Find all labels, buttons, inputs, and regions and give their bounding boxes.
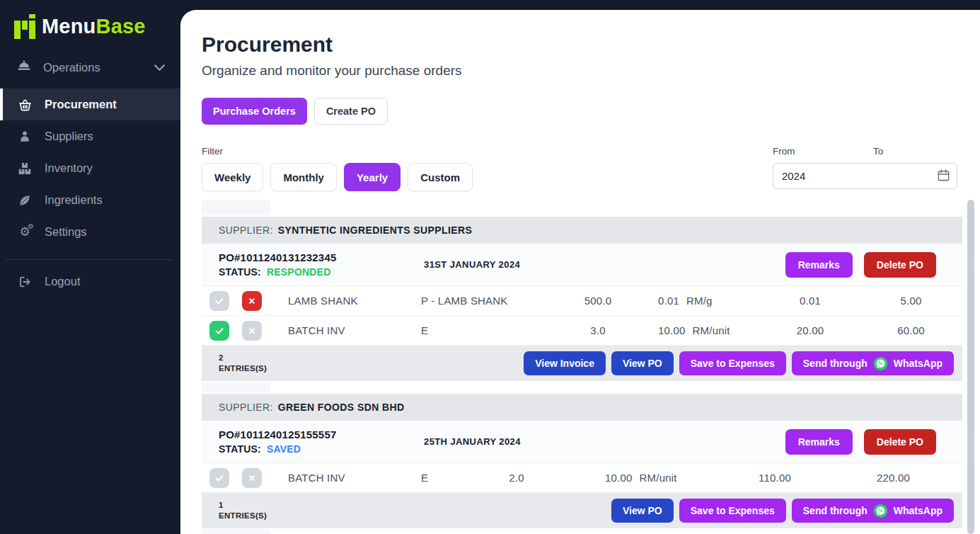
check-icon[interactable] xyxy=(209,321,229,341)
logout-icon xyxy=(17,275,33,288)
check-icon[interactable] xyxy=(209,291,229,311)
remarks-button[interactable]: Remarks xyxy=(785,252,853,278)
calendar-icon[interactable] xyxy=(937,169,950,185)
sidebar-item-inventory[interactable]: Inventory xyxy=(0,152,180,184)
date-input-wrap xyxy=(773,163,957,189)
check-icon[interactable] xyxy=(209,468,229,488)
sidebar-group-label: Operations xyxy=(43,61,100,74)
sidebar-item-settings[interactable]: Settings xyxy=(0,216,180,248)
entries-label: ENTRIES(S) xyxy=(219,363,267,374)
view-tabs: Purchase Orders Create PO xyxy=(202,98,980,125)
item-name: BATCH INV xyxy=(288,324,421,336)
po-line-item-row: BATCH INV E 3.0 10.00RM/unit 20.00 60.00 xyxy=(202,316,962,346)
boxes-icon xyxy=(17,162,33,175)
view-po-button[interactable]: View PO xyxy=(611,351,674,375)
scrollbar-thumb[interactable] xyxy=(967,200,974,534)
menubase-logo-icon xyxy=(14,14,35,39)
vertical-scrollbar[interactable] xyxy=(967,200,974,534)
item-name: LAMB SHANK xyxy=(288,295,421,307)
view-po-button[interactable]: View PO xyxy=(611,499,674,523)
item-unit-price: 10.00RM/unit xyxy=(640,324,761,336)
filter-group: Filter Weekly Monthly Yearly Custom xyxy=(202,145,473,191)
date-range-group: From To xyxy=(773,145,957,191)
save-to-expenses-button[interactable]: Save to Expenses xyxy=(679,351,786,375)
price-unit: RM/g xyxy=(686,295,713,307)
item-qty: 2.0 xyxy=(478,472,555,484)
basket-icon xyxy=(17,98,33,111)
brand-name-primary: Menu xyxy=(42,15,96,38)
to-label: To xyxy=(873,145,883,157)
item-total: 5.00 xyxy=(860,295,962,307)
whatsapp-icon xyxy=(873,504,888,518)
supplier-label: SUPPLIER: xyxy=(219,225,273,236)
po-group-green-foods: SUPPLIER: GREEN FOODS SDN BHD PO#1011240… xyxy=(202,394,962,528)
entries-count: 2 ENTRIES(S) xyxy=(219,353,267,374)
po-group-footer: 1 ENTRIES(S) View PO Save to Expenses Se… xyxy=(202,493,962,528)
delete-po-button[interactable]: Delete PO xyxy=(864,252,936,278)
view-invoice-button[interactable]: View Invoice xyxy=(524,351,606,375)
clipped-row-top xyxy=(202,200,270,215)
po-header-actions: Remarks Delete PO xyxy=(785,429,936,455)
page-title: Procurement xyxy=(202,33,980,57)
po-line-item-row: LAMB SHANK P - LAMB SHANK 500.0 0.01RM/g… xyxy=(202,286,962,316)
filter-yearly-button[interactable]: Yearly xyxy=(344,163,400,191)
filter-weekly-button[interactable]: Weekly xyxy=(202,163,263,191)
price-unit: RM/unit xyxy=(640,472,677,484)
sidebar-item-ingredients[interactable]: Ingredients xyxy=(0,184,180,216)
sidebar-item-label: Inventory xyxy=(45,161,93,175)
whatsapp-label: WhatsApp xyxy=(894,358,942,369)
item-code: E xyxy=(421,324,555,336)
po-status-line: STATUS:SAVED xyxy=(219,443,424,456)
clipped-row-bottom xyxy=(202,530,270,534)
sidebar-item-logout[interactable]: Logout xyxy=(0,266,180,297)
chevron-down-icon xyxy=(154,64,165,71)
po-header: PO#1011240125155557 STATUS:SAVED 25TH JA… xyxy=(202,421,962,463)
delete-po-button[interactable]: Delete PO xyxy=(864,429,936,455)
date-range-input[interactable] xyxy=(773,163,957,189)
po-group-synthetic-ingredients: SUPPLIER: SYNTHETIC INGREDIENTS SUPPLIER… xyxy=(202,217,962,381)
tab-create-po[interactable]: Create PO xyxy=(314,98,388,125)
price-value: 0.01 xyxy=(658,295,679,307)
sidebar-item-label: Procurement xyxy=(45,98,117,111)
sidebar-group-operations[interactable]: Operations xyxy=(0,55,180,89)
filter-monthly-button[interactable]: Monthly xyxy=(270,163,337,191)
purchase-orders-list-content: SUPPLIER: SYNTHETIC INGREDIENTS SUPPLIER… xyxy=(202,200,962,534)
send-whatsapp-button[interactable]: Send through WhatsApp xyxy=(792,499,954,523)
x-icon[interactable] xyxy=(242,321,262,341)
main-content: Procurement Organize and monitor your pu… xyxy=(180,10,980,534)
remarks-button[interactable]: Remarks xyxy=(785,429,853,455)
send-whatsapp-button[interactable]: Send through WhatsApp xyxy=(792,351,954,375)
filter-options: Weekly Monthly Yearly Custom xyxy=(202,163,473,191)
sidebar-item-suppliers[interactable]: Suppliers xyxy=(0,120,180,152)
entries-number: 2 xyxy=(219,353,267,363)
item-qty: 3.0 xyxy=(555,324,640,336)
page-subtitle: Organize and monitor your purchase order… xyxy=(202,62,980,79)
supplier-header: SUPPLIER: SYNTHETIC INGREDIENTS SUPPLIER… xyxy=(202,217,962,244)
row-approval-buttons xyxy=(202,291,288,311)
sidebar-item-procurement[interactable]: Procurement xyxy=(0,89,180,120)
item-unit-price: 0.01RM/g xyxy=(640,295,761,307)
item-unit-price: 10.00RM/unit xyxy=(555,472,725,484)
status-badge: SAVED xyxy=(267,443,301,455)
po-date: 25TH JANUARY 2024 xyxy=(424,436,521,447)
supplier-label: SUPPLIER: xyxy=(219,402,273,413)
x-icon[interactable] xyxy=(242,291,262,311)
entries-count: 1 ENTRIES(S) xyxy=(219,500,267,521)
date-range-labels: From To xyxy=(773,145,957,157)
save-to-expenses-button[interactable]: Save to Expenses xyxy=(679,499,786,523)
item-code: P - LAMB SHANK xyxy=(421,295,555,307)
filter-custom-button[interactable]: Custom xyxy=(408,163,473,191)
po-info: PO#1011240125155557 STATUS:SAVED xyxy=(219,428,424,456)
po-date: 31ST JANUARY 2024 xyxy=(424,259,520,270)
tab-purchase-orders[interactable]: Purchase Orders xyxy=(202,98,307,125)
po-header-actions: Remarks Delete PO xyxy=(785,252,936,278)
status-label: STATUS: xyxy=(219,266,261,278)
clipped-row-middle xyxy=(202,382,270,392)
status-badge: RESPONDED xyxy=(267,266,330,278)
price-unit: RM/unit xyxy=(693,324,730,336)
filter-bar: Filter Weekly Monthly Yearly Custom From… xyxy=(202,145,980,191)
po-header: PO#1011240131232345 STATUS:RESPONDED 31S… xyxy=(202,244,962,286)
po-number: PO#1011240125155557 xyxy=(219,428,424,441)
whatsapp-label: WhatsApp xyxy=(894,505,942,516)
x-icon[interactable] xyxy=(242,468,262,488)
